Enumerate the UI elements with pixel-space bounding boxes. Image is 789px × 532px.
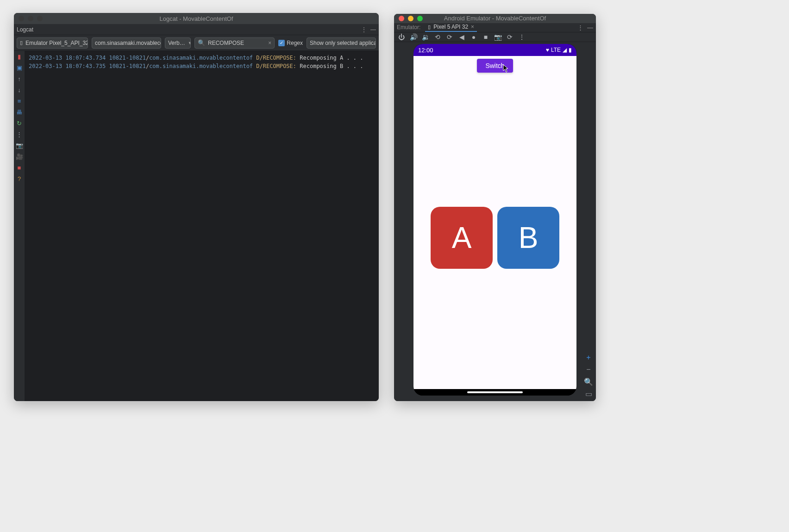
search-icon: 🔍: [198, 39, 205, 46]
clear-search-icon[interactable]: ×: [268, 40, 271, 46]
home-icon[interactable]: ●: [470, 33, 477, 41]
switch-button[interactable]: Switch: [477, 59, 513, 73]
rotate-left-icon[interactable]: ⟲: [434, 33, 441, 41]
close-icon[interactable]: [19, 16, 24, 21]
emulator-label: Emulator:: [397, 24, 420, 31]
zoom-icon[interactable]: [37, 16, 43, 21]
search-value: RECOMPOSE: [208, 40, 265, 46]
signal-icon: ◢: [563, 47, 567, 53]
device-dropdown[interactable]: ▯ Emulator Pixel_5_API_32 ▼: [17, 37, 88, 49]
tile-a: A: [431, 207, 493, 269]
search-input[interactable]: 🔍 RECOMPOSE ×: [194, 37, 275, 49]
stop-icon[interactable]: ■: [16, 164, 23, 171]
more-vert-icon[interactable]: ⋮: [16, 130, 23, 138]
more-vert-icon[interactable]: ⋮: [518, 33, 526, 41]
window-title: Logcat - MovableContentOf: [14, 15, 379, 22]
package-dropdown-label: com.sinasamaki.movableco: [95, 40, 161, 46]
print-icon[interactable]: 🖶: [16, 108, 23, 116]
help-icon[interactable]: ?: [16, 175, 23, 182]
more-vert-icon[interactable]: ⋮: [361, 26, 367, 33]
more-vert-icon[interactable]: ⋮: [577, 24, 583, 31]
status-time: 12:00: [418, 47, 433, 54]
floating-tools: + − 🔍 ▭: [584, 353, 593, 398]
emulator-titlebar: Android Emulator - MovableContentOf: [394, 14, 596, 23]
lte-label: LTE: [551, 47, 561, 53]
trash-icon[interactable]: ▮: [16, 53, 23, 60]
log-sidebar: ▮ ▣ ↑ ↓ ≡ 🖶 ↻ ⋮ 📷 🎥 ■ ?: [14, 51, 25, 401]
tiles-row: A B: [413, 207, 576, 269]
log-line: 2022-03-13 18:07:43.734 10821-10821/com.…: [29, 54, 375, 62]
down-arrow-icon[interactable]: ↓: [16, 86, 23, 93]
video-icon[interactable]: 🎥: [16, 153, 23, 160]
device-dropdown-label: Emulator Pixel_5_API_32: [25, 40, 88, 46]
checkbox-checked-icon: ✓: [278, 40, 285, 46]
hide-icon[interactable]: —: [370, 26, 376, 33]
heart-icon: ♥: [546, 47, 549, 53]
nav-pill-icon: [467, 391, 523, 393]
volume-up-icon[interactable]: 🔊: [410, 33, 417, 41]
phone-icon: ▯: [428, 24, 431, 30]
chevron-down-icon: ▼: [188, 41, 191, 45]
level-dropdown-label: Verb…: [168, 40, 185, 46]
level-dropdown[interactable]: Verb… ▼: [165, 37, 191, 49]
screenshot-icon[interactable]: 📷: [494, 33, 501, 41]
traffic-lights: [19, 16, 43, 21]
traffic-lights: [399, 16, 423, 21]
window-title: Android Emulator - MovableContentOf: [394, 15, 596, 22]
minimize-icon[interactable]: [28, 16, 33, 21]
emulator-stage: 12:00 ♥ LTE ◢ ▮ Switch A B: [394, 42, 596, 401]
emulator-window: Android Emulator - MovableContentOf Emul…: [394, 14, 596, 401]
emulator-tabbar: Emulator: ▯ Pixel 5 API 32 × ⋮ —: [394, 23, 596, 32]
emulator-toolbar: ⏻ 🔊 🔉 ⟲ ⟳ ◀ ● ■ 📷 ⟳ ⋮: [394, 32, 596, 42]
volume-down-icon[interactable]: 🔉: [422, 33, 429, 41]
up-arrow-icon[interactable]: ↑: [16, 75, 23, 82]
regex-checkbox[interactable]: ✓ Regex: [278, 40, 303, 46]
back-icon[interactable]: ◀: [458, 33, 465, 41]
app-surface[interactable]: Switch A B: [413, 56, 576, 389]
power-icon[interactable]: ⏻: [398, 33, 405, 41]
log-output[interactable]: 2022-03-13 18:07:43.734 10821-10821/com.…: [25, 51, 379, 401]
show-only-dropdown[interactable]: Show only selected applicati ▼: [307, 37, 376, 49]
nav-bar[interactable]: [413, 389, 576, 396]
emulator-tab-label: Pixel 5 API 32: [433, 24, 468, 30]
show-only-label: Show only selected applicati: [310, 40, 376, 46]
close-icon[interactable]: [399, 16, 404, 21]
tool-header: Logcat ⋮ —: [14, 24, 379, 35]
capture-icon[interactable]: ▣: [16, 64, 23, 71]
emulator-tab[interactable]: ▯ Pixel 5 API 32 ×: [425, 23, 477, 32]
overview-icon[interactable]: ■: [482, 33, 489, 41]
phone-frame: 12:00 ♥ LTE ◢ ▮ Switch A B: [413, 44, 576, 396]
regex-label: Regex: [287, 40, 303, 46]
zoom-out-icon[interactable]: −: [584, 365, 593, 374]
battery-icon: ▮: [569, 47, 572, 53]
phone-icon: ▯: [20, 40, 23, 46]
soft-wrap-icon[interactable]: ≡: [16, 97, 23, 105]
close-tab-icon[interactable]: ×: [471, 24, 474, 30]
status-bar: 12:00 ♥ LTE ◢ ▮: [413, 44, 576, 56]
logcat-window: Logcat - MovableContentOf Logcat ⋮ — ▯ E…: [14, 13, 379, 401]
zoom-fit-icon[interactable]: 🔍: [584, 377, 593, 386]
tile-b: B: [497, 207, 559, 269]
restart-icon[interactable]: ↻: [16, 119, 23, 127]
log-line: 2022-03-13 18:07:43.735 10821-10821/com.…: [29, 62, 375, 70]
hide-icon[interactable]: —: [587, 24, 593, 31]
rotate-right-icon[interactable]: ⟳: [446, 33, 453, 41]
filter-row: ▯ Emulator Pixel_5_API_32 ▼ com.sinasama…: [14, 35, 379, 51]
logcat-titlebar: Logcat - MovableContentOf: [14, 13, 379, 24]
package-dropdown[interactable]: com.sinasamaki.movableco ▼: [92, 37, 161, 49]
tool-title: Logcat: [17, 26, 33, 33]
record-icon[interactable]: ⟳: [506, 33, 513, 41]
minimize-icon[interactable]: [408, 16, 413, 21]
camera-icon[interactable]: 📷: [16, 142, 23, 149]
logcat-body: ▮ ▣ ↑ ↓ ≡ 🖶 ↻ ⋮ 📷 🎥 ■ ? 2022-03-13 18:07…: [14, 51, 379, 401]
zoom-icon[interactable]: [417, 16, 423, 21]
resize-icon[interactable]: ▭: [584, 389, 593, 398]
zoom-in-icon[interactable]: +: [584, 353, 593, 362]
